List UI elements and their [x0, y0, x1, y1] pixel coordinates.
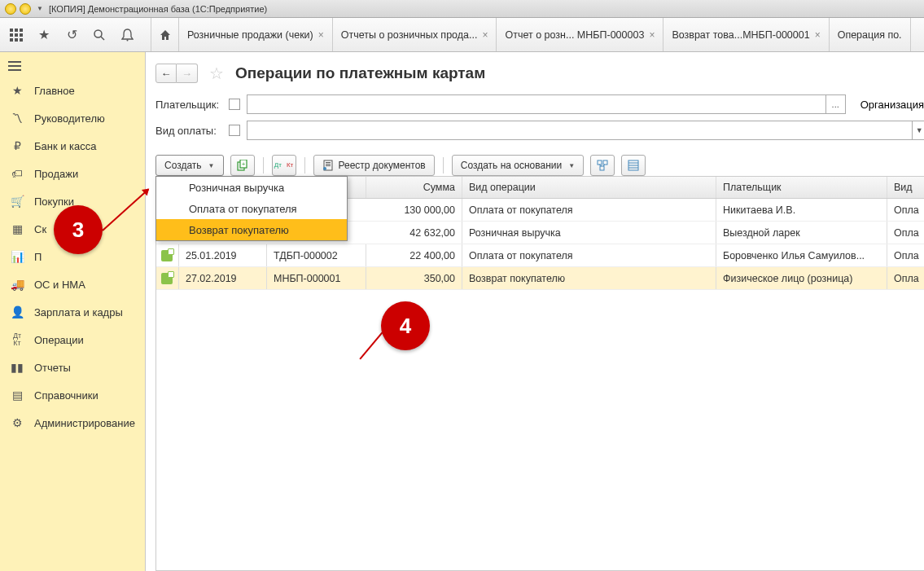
bell-icon[interactable]	[119, 27, 135, 43]
dd-item-payment-from-buyer[interactable]: Оплата от покупателя	[156, 198, 347, 219]
th-sum[interactable]: Сумма	[366, 177, 462, 198]
annotation-marker-3: 3	[54, 205, 103, 254]
tab-retail-report-doc[interactable]: Отчет о розн... МНБП-000003×	[497, 18, 663, 51]
star-icon: ★	[10, 84, 24, 97]
th-type[interactable]: Вид	[887, 177, 924, 198]
bars-icon: 📊	[10, 250, 24, 263]
paytype-filter-input[interactable]: ▼	[247, 121, 924, 140]
cart-icon: 🛒	[10, 195, 24, 208]
sidebar-item-manager[interactable]: 〽Руководителю	[0, 104, 145, 132]
sidebar-item-bank[interactable]: ₽Банк и касса	[0, 132, 145, 160]
svg-point-0	[94, 30, 102, 37]
copy-button[interactable]: +	[230, 155, 255, 176]
content-area: ← → ☆ Операции по платежным картам Плате…	[146, 52, 924, 571]
payer-filter-label: Плательщик:	[155, 99, 222, 111]
tab-operation[interactable]: Операция по.	[830, 18, 911, 51]
app-icon	[5, 3, 16, 15]
dd-item-retail-revenue[interactable]: Розничная выручка	[156, 177, 347, 198]
close-icon[interactable]: ×	[815, 29, 821, 41]
svg-rect-10	[326, 162, 331, 163]
sidebar-item-salary[interactable]: 👤Зарплата и кадры	[0, 298, 145, 326]
tab-retail-sales[interactable]: Розничные продажи (чеки)×	[179, 18, 333, 51]
create-button[interactable]: Создать ▼	[155, 155, 224, 176]
document-icon	[161, 250, 173, 261]
favorite-toggle-icon[interactable]: ☆	[209, 64, 224, 83]
app-icon-2	[20, 3, 31, 15]
table-row[interactable]: 27.02.2019МНБП-000001350,00Возврат покуп…	[156, 267, 924, 290]
page-title: Операции по платежным картам	[235, 64, 485, 82]
sidebar-item-operations[interactable]: ДтКтОперации	[0, 326, 145, 354]
svg-rect-15	[603, 160, 607, 165]
separator	[263, 157, 264, 173]
svg-rect-14	[598, 160, 602, 165]
table-row[interactable]: 25.01.2019ТДБП-00000222 400,00Оплата от …	[156, 244, 924, 267]
filters-panel: Плательщик: ... Организация: Вид оплаты:…	[155, 94, 924, 147]
tabs-row: Розничные продажи (чеки)× Отчеты о розни…	[151, 18, 924, 51]
toolbar-left: ★ ↺	[0, 18, 151, 51]
sidebar-item-admin[interactable]: ⚙Администрирование	[0, 409, 145, 437]
registry-button[interactable]: Реестр документов	[313, 155, 435, 176]
sidebar-item-main[interactable]: ★Главное	[0, 77, 145, 104]
tab-return-doc[interactable]: Возврат това...МНБП-000001×	[663, 18, 829, 51]
document-icon	[161, 273, 173, 284]
chevron-down-icon: ▼	[208, 162, 215, 169]
svg-rect-12	[326, 165, 331, 166]
svg-line-1	[101, 37, 104, 40]
apps-icon[interactable]	[8, 27, 24, 43]
create-dropdown: Розничная выручка Оплата от покупателя В…	[155, 176, 348, 241]
ruble-icon: ₽	[10, 139, 24, 152]
home-tab[interactable]	[151, 18, 179, 51]
chevron-down-icon[interactable]: ▼	[912, 121, 924, 139]
tab-retail-reports[interactable]: Отчеты о розничных прода...×	[333, 18, 497, 51]
more-icon[interactable]: ...	[825, 95, 845, 113]
payer-filter-input[interactable]: ...	[247, 94, 846, 114]
window-titlebar: ▼ [КОПИЯ] Демонстрационная база (1С:Пред…	[0, 0, 924, 18]
window-title: [КОПИЯ] Демонстрационная база (1С:Предпр…	[49, 4, 267, 14]
sidebar-item-assets[interactable]: 🚚ОС и НМА	[0, 270, 145, 298]
annotation-marker-4: 4	[381, 301, 430, 350]
structure-button[interactable]	[590, 155, 615, 176]
sidebar-item-reports[interactable]: ▮▮Отчеты	[0, 354, 145, 381]
report-icon: ▮▮	[10, 361, 24, 374]
page-header: ← → ☆ Операции по платежным картам	[155, 64, 924, 83]
dtkt-icon: ДтКт	[10, 332, 24, 347]
main-toolbar: ★ ↺ Розничные продажи (чеки)× Отчеты о р…	[0, 18, 924, 52]
list-button[interactable]	[621, 155, 646, 176]
svg-point-13	[323, 167, 326, 170]
sidebar: ★Главное 〽Руководителю ₽Банк и касса 🏷Пр…	[0, 52, 146, 571]
svg-rect-11	[326, 164, 331, 165]
grid-icon: ▦	[10, 222, 24, 235]
nav-back-button[interactable]: ←	[155, 64, 177, 83]
gear-icon: ⚙	[10, 416, 24, 429]
nav-forward-button[interactable]: →	[177, 64, 198, 83]
truck-icon: 🚚	[10, 278, 24, 291]
favorite-icon[interactable]: ★	[36, 27, 52, 43]
separator	[304, 157, 305, 173]
tag-icon: 🏷	[10, 167, 24, 180]
svg-rect-16	[600, 166, 604, 170]
close-icon[interactable]: ×	[649, 29, 655, 41]
search-icon[interactable]	[91, 27, 107, 43]
create-based-button[interactable]: Создать на основании ▼	[452, 155, 584, 176]
sidebar-item-directories[interactable]: ▤Справочники	[0, 381, 145, 409]
svg-text:+: +	[241, 160, 245, 168]
th-payer[interactable]: Плательщик	[716, 177, 887, 198]
sidebar-item-sales[interactable]: 🏷Продажи	[0, 160, 145, 187]
paytype-filter-checkbox[interactable]	[229, 125, 240, 136]
close-icon[interactable]: ×	[318, 29, 324, 41]
close-icon[interactable]: ×	[482, 29, 488, 41]
chart-icon: 〽	[10, 112, 24, 125]
chevron-down-icon: ▼	[568, 162, 575, 169]
dd-item-return-to-buyer[interactable]: Возврат покупателю	[156, 219, 347, 240]
org-filter-label: Организация:	[861, 99, 924, 111]
menu-toggle-icon[interactable]	[0, 55, 145, 77]
payer-filter-checkbox[interactable]	[229, 99, 240, 110]
action-bar: Создать ▼ Розничная выручка Оплата от по…	[155, 155, 924, 176]
separator	[443, 157, 444, 173]
chevron-down-icon[interactable]: ▼	[34, 3, 46, 15]
paytype-filter-label: Вид оплаты:	[155, 125, 222, 137]
person-icon: 👤	[10, 305, 24, 318]
dtkt-button[interactable]: ДтКт	[272, 155, 296, 176]
history-icon[interactable]: ↺	[63, 27, 80, 43]
th-operation[interactable]: Вид операции	[462, 177, 716, 198]
